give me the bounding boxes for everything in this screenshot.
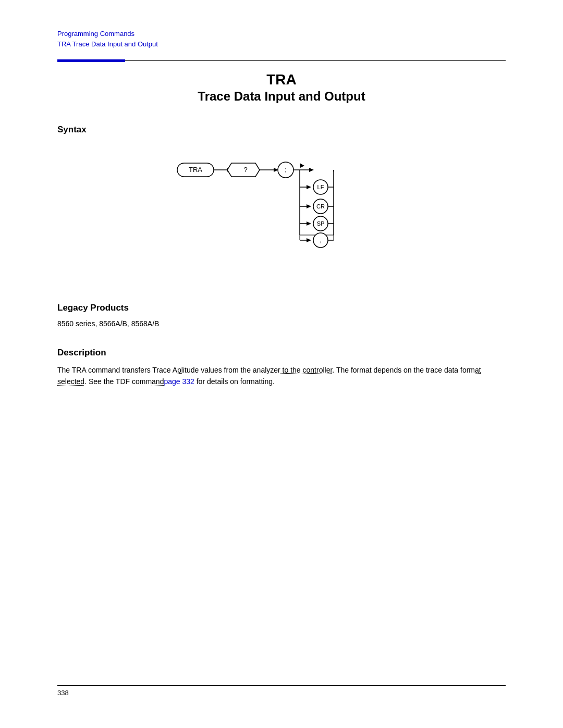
svg-text:;: ; (285, 166, 287, 174)
description-body: The TRA command transfers Trace Aplitude… (57, 364, 506, 388)
syntax-diagram-svg: TRA ? ; (172, 152, 391, 251)
legacy-products-title: Legacy Products (57, 303, 506, 313)
description-section: Description The TRA command transfers Tr… (57, 342, 506, 388)
svg-marker-33 (307, 238, 311, 242)
page-332-link[interactable]: page 332 (164, 377, 194, 386)
description-title: Description (57, 348, 506, 358)
top-rule (57, 59, 506, 62)
breadcrumb-link-1[interactable]: Programming Commands (57, 29, 506, 39)
svg-marker-11 (309, 168, 314, 172)
svg-marker-23 (307, 204, 311, 208)
svg-text:,: , (320, 236, 322, 244)
legacy-products-text: 8560 series, 8566A/B, 8568A/B (57, 319, 506, 328)
bottom-area: 338 (57, 670, 506, 697)
svg-marker-18 (307, 185, 311, 189)
svg-marker-28 (307, 221, 311, 226)
page-title-sub: Trace Data Input and Output (57, 89, 506, 104)
svg-text:CR: CR (316, 203, 325, 209)
legacy-section: Legacy Products 8560 series, 8566A/B, 85… (57, 298, 506, 328)
bottom-rule (57, 685, 506, 686)
page-title-main: TRA (57, 71, 506, 88)
svg-text:?: ? (243, 166, 247, 174)
syntax-diagram: TRA ? ; (57, 141, 506, 282)
svg-text:TRA: TRA (189, 166, 202, 174)
breadcrumb-link-2[interactable]: TRA Trace Data Input and Output (57, 39, 506, 50)
top-rule-thin-line (125, 60, 506, 61)
top-rule-blue-accent (57, 59, 125, 62)
page-number: 338 (57, 689, 506, 697)
svg-text:SP: SP (317, 220, 325, 227)
svg-marker-16 (300, 163, 304, 168)
page-title-area: TRA Trace Data Input and Output (57, 71, 506, 104)
syntax-section: Syntax TRA ? (57, 119, 506, 282)
breadcrumb: Programming Commands TRA Trace Data Inpu… (57, 29, 506, 49)
syntax-title: Syntax (57, 125, 506, 135)
svg-text:LF: LF (317, 184, 324, 190)
